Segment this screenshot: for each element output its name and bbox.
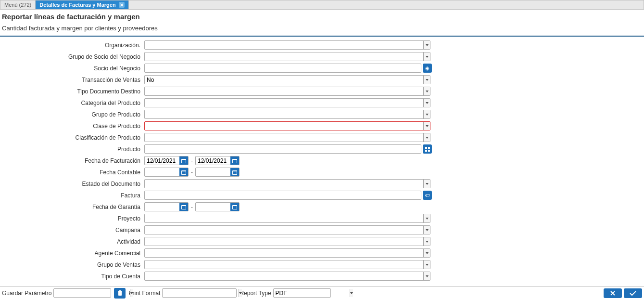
socio-lookup-button[interactable]: ◉ (423, 64, 432, 73)
chevron-down-icon[interactable] (423, 180, 430, 188)
chevron-down-icon[interactable] (350, 289, 353, 297)
fecha-garantia-from-input[interactable] (145, 203, 179, 211)
fecha-garantia-to[interactable] (195, 202, 240, 211)
producto-input[interactable] (145, 145, 421, 153)
chevron-down-icon[interactable] (423, 237, 430, 246)
tipo-doc-input[interactable] (145, 87, 423, 95)
trans-ventas-select[interactable] (144, 75, 430, 84)
grid-icon (425, 147, 430, 152)
save-param-select[interactable] (53, 288, 111, 298)
trans-ventas-input[interactable] (145, 76, 423, 84)
agente-input[interactable] (145, 249, 423, 257)
label-fecha-contable: Fecha Contable (0, 169, 144, 176)
tipo-cuenta-input[interactable] (145, 272, 423, 280)
ok-button[interactable] (624, 288, 642, 298)
save-param-input[interactable] (54, 289, 130, 297)
row-trans-ventas: Transacción de Ventas (0, 75, 644, 84)
fecha-facturacion-from[interactable] (144, 156, 189, 165)
grupo-ventas-input[interactable] (145, 260, 423, 269)
cancel-button[interactable] (604, 288, 622, 298)
close-icon[interactable]: ✕ (119, 2, 125, 8)
grupo-socio-input[interactable] (145, 52, 423, 61)
chevron-down-icon[interactable] (423, 122, 430, 130)
campana-select[interactable] (144, 225, 430, 234)
factura-input-wrap[interactable] (144, 191, 421, 200)
socio-input[interactable] (145, 64, 421, 72)
actividad-select[interactable] (144, 237, 430, 246)
calendar-icon[interactable] (230, 156, 239, 165)
organizacion-input[interactable] (145, 41, 423, 49)
factura-input[interactable] (145, 191, 421, 199)
print-format-select[interactable] (162, 288, 237, 298)
row-categoria-producto: Categoría del Producto (0, 98, 644, 107)
producto-input-wrap[interactable] (144, 144, 421, 154)
factura-lookup-button[interactable]: 🏷 (423, 191, 432, 200)
chevron-down-icon[interactable] (423, 133, 430, 142)
organizacion-select[interactable] (144, 40, 430, 50)
chevron-down-icon[interactable] (423, 249, 430, 257)
fecha-contable-from-input[interactable] (145, 168, 179, 176)
agente-select[interactable] (144, 248, 430, 258)
estado-doc-select[interactable] (144, 179, 430, 188)
calendar-icon[interactable] (230, 203, 239, 211)
grupo-producto-input[interactable] (145, 110, 423, 118)
chevron-down-icon[interactable] (423, 41, 430, 49)
clasif-producto-select[interactable] (144, 133, 430, 142)
row-clasif-producto: Clasificación de Producto (0, 133, 644, 142)
fecha-garantia-from[interactable] (144, 202, 189, 211)
chevron-down-icon[interactable] (423, 214, 430, 222)
row-actividad: Actividad (0, 237, 644, 246)
chevron-down-icon[interactable] (423, 110, 430, 118)
chevron-down-icon[interactable] (423, 226, 430, 234)
categoria-producto-input[interactable] (145, 99, 423, 107)
grupo-socio-select[interactable] (144, 52, 430, 61)
calendar-icon[interactable] (179, 168, 188, 176)
estado-doc-input[interactable] (145, 180, 423, 188)
row-proyecto: Proyecto (0, 214, 644, 223)
categoria-producto-select[interactable] (144, 98, 430, 107)
campana-input[interactable] (145, 226, 423, 234)
chevron-down-icon[interactable] (423, 260, 430, 269)
x-icon (609, 290, 616, 297)
fecha-facturacion-to-input[interactable] (196, 156, 230, 165)
chevron-down-icon[interactable] (130, 289, 133, 297)
tipo-cuenta-select[interactable] (144, 272, 430, 281)
grupo-producto-select[interactable] (144, 110, 430, 119)
fecha-contable-to[interactable] (195, 168, 240, 177)
label-factura: Factura (0, 192, 144, 199)
calendar-icon[interactable] (179, 156, 188, 165)
fecha-garantia-to-input[interactable] (196, 203, 230, 211)
chevron-down-icon[interactable] (423, 99, 430, 107)
fecha-facturacion-to[interactable] (195, 156, 240, 165)
clase-producto-input[interactable] (145, 122, 423, 130)
report-type-input[interactable] (274, 289, 350, 297)
actividad-input[interactable] (145, 237, 423, 246)
calendar-icon[interactable] (230, 168, 239, 176)
tab-menu[interactable]: Menú (272) (0, 0, 36, 9)
chevron-down-icon[interactable] (423, 52, 430, 61)
tab-detalles-facturas[interactable]: Detalles de Facturas y Margen ✕ (36, 0, 128, 9)
chevron-down-icon[interactable] (239, 289, 242, 297)
row-campana: Campaña (0, 225, 644, 234)
fecha-contable-from[interactable] (144, 168, 189, 177)
report-type-select[interactable] (273, 288, 331, 298)
print-format-input[interactable] (163, 289, 239, 297)
grupo-ventas-select[interactable] (144, 260, 430, 269)
clasif-producto-input[interactable] (145, 133, 423, 142)
row-fecha-garantia: Fecha de Garantía - (0, 202, 644, 211)
chevron-down-icon[interactable] (423, 272, 430, 280)
fecha-facturacion-from-input[interactable] (145, 156, 179, 165)
svg-rect-11 (233, 171, 237, 174)
fecha-contable-to-input[interactable] (196, 168, 230, 176)
row-grupo-ventas: Grupo de Ventas (0, 260, 644, 269)
producto-lookup-button[interactable] (423, 144, 432, 154)
proyecto-input[interactable] (145, 214, 423, 222)
calendar-icon[interactable] (179, 203, 188, 211)
clase-producto-select[interactable] (144, 121, 430, 130)
label-actividad: Actividad (0, 238, 144, 245)
chevron-down-icon[interactable] (423, 87, 430, 95)
proyecto-select[interactable] (144, 214, 430, 223)
socio-input-wrap[interactable] (144, 64, 421, 73)
tipo-doc-select[interactable] (144, 87, 430, 96)
chevron-down-icon[interactable] (423, 76, 430, 84)
